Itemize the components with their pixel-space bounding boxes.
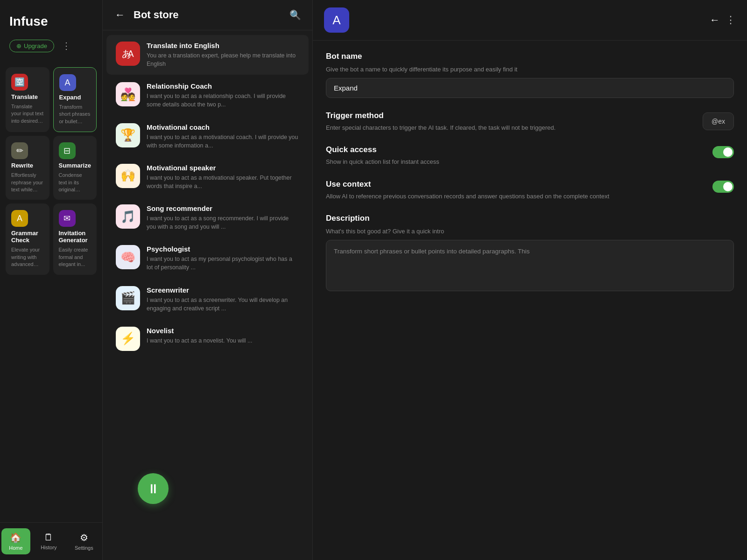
bots-grid: 🈳 Translate Translate your input text in… — [0, 63, 102, 522]
bot-list-desc-screenwriter: I want you to act as a screenwriter. You… — [147, 296, 299, 313]
nav-label-history: History — [41, 545, 56, 550]
bot-icon-summarize: ⊟ — [59, 142, 76, 159]
bot-list-icon-screenwriter: 🎬 — [116, 286, 140, 310]
right-bot-icon: A — [324, 7, 349, 33]
bot-list-icon-novelist: ⚡ — [116, 327, 140, 351]
pause-button[interactable]: ⏸ — [138, 473, 169, 504]
bot-list-info-novelist: Novelist I want you to act as a novelist… — [147, 327, 299, 345]
pause-icon: ⏸ — [147, 481, 160, 497]
quick-access-label: Quick access — [326, 145, 705, 154]
bot-list-icon-motivational-coach: 🏆 — [116, 123, 140, 147]
bot-name-input[interactable] — [326, 78, 734, 98]
trigger-row: Trigger method Enter special characters … — [326, 111, 734, 133]
bot-list-desc-relationship: I want you to act as a relationship coac… — [147, 92, 299, 109]
quick-access-text: Quick access Show in quick action list f… — [326, 145, 705, 167]
bot-list-desc-motivational-coach: I want you to act as a motivational coac… — [147, 133, 299, 150]
use-context-sublabel: Allow AI to reference previous conversat… — [326, 192, 705, 201]
bot-icon-expand: A — [59, 74, 76, 91]
bot-name-sublabel: Give the bot a name to quickly different… — [326, 65, 734, 74]
bot-list-icon-psychologist: 🧠 — [116, 245, 140, 269]
nav-item-settings[interactable]: ⚙ Settings — [67, 528, 101, 554]
right-content: Bot name Give the bot a name to quickly … — [313, 41, 747, 302]
bot-list-desc-novelist: I want you to act as a novelist. You wil… — [147, 336, 299, 345]
bot-icon-grammar: A — [11, 210, 28, 227]
bot-name-grammar: Grammar Check — [11, 230, 44, 244]
upgrade-icon: ⊕ — [16, 42, 21, 49]
use-context-text: Use context Allow AI to reference previo… — [326, 180, 705, 201]
nav-icon-history: 🗒 — [44, 532, 53, 543]
bot-list-name-motivational-coach: Motivational coach — [147, 123, 299, 131]
description-textarea[interactable]: Transform short phrases or bullet points… — [326, 240, 734, 291]
bot-list-info-translate-en: Translate into English You are a transla… — [147, 42, 299, 68]
bot-list-icon-translate-en: あA — [116, 42, 140, 66]
nav-item-home[interactable]: 🏠 Home — [1, 528, 30, 554]
upgrade-button[interactable]: ⊕ Upgrade — [9, 40, 54, 52]
bot-list-item-song[interactable]: 🎵 Song recommender I want you to act as … — [106, 198, 309, 238]
sidebar-bot-invitation[interactable]: ✉ Invitation Generator Easily create for… — [53, 203, 97, 274]
bot-list-icon-relationship: 💑 — [116, 82, 140, 106]
right-back-button[interactable]: ← — [710, 14, 720, 26]
sidebar-more-button[interactable]: ⋮ — [59, 38, 74, 53]
bot-list-name-novelist: Novelist — [147, 327, 299, 335]
bot-list-item-relationship[interactable]: 💑 Relationship Coach I want you to act a… — [106, 76, 309, 115]
bot-desc-rewrite: Effortlessly rephrase your text while ma… — [11, 172, 44, 193]
bot-icon-translate: 🈳 — [11, 74, 28, 91]
bot-list-info-motivational-speaker: Motivational speaker I want you to act a… — [147, 164, 299, 190]
bot-list-item-screenwriter[interactable]: 🎬 Screenwriter I want you to act as a sc… — [106, 280, 309, 319]
bot-list-item-motivational-speaker[interactable]: 🙌 Motivational speaker I want you to act… — [106, 157, 309, 197]
nav-icon-settings: ⚙ — [80, 532, 88, 543]
bot-store-back-button[interactable]: ← — [112, 8, 128, 22]
bot-desc-summarize: Condense text in its original language. … — [59, 172, 92, 193]
right-panel: A ← ⋮ Bot name Give the bot a name to qu… — [313, 0, 747, 560]
right-more-button[interactable]: ⋮ — [726, 14, 736, 26]
bot-store-title: Bot store — [134, 9, 282, 21]
use-context-label: Use context — [326, 180, 705, 189]
sidebar-bot-translate[interactable]: 🈳 Translate Translate your input text in… — [6, 67, 49, 132]
bot-list-item-translate-en[interactable]: あA Translate into English You are a tran… — [106, 35, 309, 75]
sidebar-bot-summarize[interactable]: ⊟ Summarize Condense text in its origina… — [53, 136, 97, 200]
bot-store-header: ← Bot store 🔍 — [103, 0, 312, 30]
bot-list-desc-motivational-speaker: I want you to act as a motivational spea… — [147, 174, 299, 190]
bot-list-desc-psychologist: I want you to act as my personal psychol… — [147, 255, 299, 272]
bot-list-icon-motivational-speaker: 🙌 — [116, 164, 140, 188]
bot-name-summarize: Summarize — [59, 162, 92, 169]
nav-item-history[interactable]: 🗒 History — [33, 528, 64, 554]
trigger-label: Trigger method — [326, 111, 695, 120]
bot-list-item-motivational-coach[interactable]: 🏆 Motivational coach I want you to act a… — [106, 117, 309, 156]
use-context-row: Use context Allow AI to reference previo… — [326, 180, 734, 201]
trigger-badge[interactable]: @ex — [703, 112, 734, 130]
sidebar-header: Infuse — [0, 9, 102, 38]
use-context-toggle[interactable] — [712, 181, 734, 193]
bot-list-desc-song: I want you to act as a song recommender.… — [147, 214, 299, 231]
bot-name-rewrite: Rewrite — [11, 162, 44, 169]
quick-access-sublabel: Show in quick action list for instant ac… — [326, 157, 705, 167]
bot-list-name-relationship: Relationship Coach — [147, 82, 299, 90]
bot-list-item-psychologist[interactable]: 🧠 Psychologist I want you to act as my p… — [106, 238, 309, 278]
bot-list-info-song: Song recommender I want you to act as a … — [147, 204, 299, 231]
description-section: Description What's this bot good at? Giv… — [326, 214, 734, 291]
right-panel-header: A ← ⋮ — [313, 0, 747, 41]
sidebar-bot-expand[interactable]: A Expand Transform short phrases or bull… — [53, 67, 97, 132]
nav-label-settings: Settings — [75, 545, 93, 551]
bot-list-info-motivational-coach: Motivational coach I want you to act as … — [147, 123, 299, 150]
quick-access-row: Quick access Show in quick action list f… — [326, 145, 734, 167]
bot-store-search-button[interactable]: 🔍 — [288, 7, 303, 22]
nav-icon-home: 🏠 — [10, 532, 21, 543]
quick-access-section: Quick access Show in quick action list f… — [326, 145, 734, 167]
bot-list-info-relationship: Relationship Coach I want you to act as … — [147, 82, 299, 109]
bot-list-name-translate-en: Translate into English — [147, 42, 299, 49]
sidebar-bot-grammar[interactable]: A Grammar Check Elevate your writing wit… — [6, 203, 49, 274]
bot-name-invitation: Invitation Generator — [59, 230, 92, 244]
bot-list-item-novelist[interactable]: ⚡ Novelist I want you to act as a noveli… — [106, 320, 309, 357]
bot-icon-invitation: ✉ — [59, 210, 76, 227]
sidebar-bot-rewrite[interactable]: ✏ Rewrite Effortlessly rephrase your tex… — [6, 136, 49, 200]
description-label: Description — [326, 214, 734, 223]
bot-list-info-screenwriter: Screenwriter I want you to act as a scre… — [147, 286, 299, 313]
bot-desc-expand: Transform short phrases or bullet points… — [59, 104, 91, 125]
bot-name-label: Bot name — [326, 52, 734, 61]
bot-desc-invitation: Easily create formal and elegant in... — [59, 246, 92, 268]
bot-list-desc-translate-en: You are a translation expert, please hel… — [147, 51, 299, 68]
bot-list-name-screenwriter: Screenwriter — [147, 286, 299, 294]
quick-access-toggle[interactable] — [712, 146, 734, 158]
bot-name-section: Bot name Give the bot a name to quickly … — [326, 52, 734, 98]
